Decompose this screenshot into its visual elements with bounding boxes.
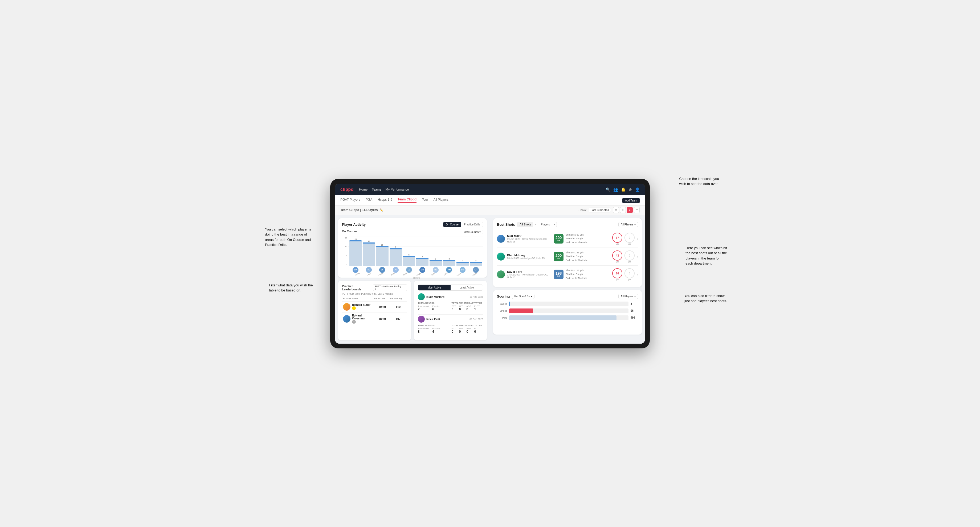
team-header-right: Show: Last 3 months ⊞ ≡ ♥ ☰ [578, 207, 640, 213]
stat-arg-2: ARG 0 [466, 327, 471, 333]
scoring-header: Scoring Par 3, 4 & 5s ▾ All Players ▾ [497, 294, 638, 299]
bar-d-ford: 10 [376, 237, 388, 266]
lb-avatar-richard [343, 303, 350, 311]
bar-chart: 15 10 5 0 [342, 237, 483, 274]
rounds-stats-1: Tournament 7 Practice 6 [418, 305, 450, 311]
lb-filter[interactable]: PUTT Must Make Putting ... ▾ [373, 284, 407, 291]
shot-chevron-blair[interactable]: › [637, 254, 638, 259]
toggle-on-course[interactable]: On Course [443, 222, 461, 227]
team-header: Team Clippd | 14 Players ✏️ Show: Last 3… [335, 205, 645, 215]
shot-details-blair: Shot Dist: 43 yds Start Lie: Rough End L… [566, 251, 610, 262]
shot-chevron-matt[interactable]: › [637, 237, 638, 241]
shot-metrics-david: 16 yds 0 yds [612, 268, 635, 281]
total-rounds-section-1: Total Rounds Tournament 7 Practice [418, 302, 450, 311]
player-activity-header: Player Activity On Course Practice Drill… [342, 222, 483, 227]
bs-players-caret[interactable]: ▾ [553, 222, 557, 227]
metric-zero-matt: 0 [625, 233, 635, 243]
bs-toggle-all-shots[interactable]: All Shots [517, 222, 533, 227]
bell-icon[interactable]: 🔔 [621, 187, 625, 192]
bs-title: Best Shots [497, 222, 515, 227]
shot-badge-david: 198 SG [554, 270, 563, 279]
heart-view-icon[interactable]: ♥ [627, 207, 633, 213]
metric-zero-david: 0 [625, 268, 635, 278]
lb-name-1: Richard Butler [352, 303, 371, 306]
bottom-left-cards: Practice Leaderboards PUTT Must Make Put… [338, 281, 487, 340]
tab-most-active[interactable]: Most Active [418, 285, 450, 290]
stat-practice-2: Practice 4 [432, 327, 440, 333]
chart-filter[interactable]: Total Rounds ▾ [461, 230, 483, 234]
bs-toggle-players[interactable]: Players [539, 222, 552, 227]
lb-badge-gold: 1 [352, 306, 356, 310]
shot-row-blair-mcharg[interactable]: Blair McHarg 23 Jul 2023 · Ashridge GC, … [497, 248, 638, 265]
shot-row-matt-miller[interactable]: Matt Miller 09 Jun 2023 · Royal North De… [497, 230, 638, 248]
nav-home[interactable]: Home [359, 187, 368, 191]
tab-hcaps[interactable]: Hcaps 1-5 [378, 198, 392, 203]
shot-avatar-david [497, 270, 505, 278]
shot-row-david-ford[interactable]: David Ford 24 Aug 2023 · Royal North Dev… [497, 265, 638, 283]
metric-circle-1-david: 16 [612, 268, 622, 278]
table-view-icon[interactable]: ≡ [620, 207, 626, 213]
edit-icon[interactable]: ✏️ [379, 208, 383, 212]
users-icon[interactable]: 👥 [613, 187, 618, 192]
avatar-rbu: RB [433, 267, 439, 273]
user-avatar-icon[interactable]: 👤 [635, 187, 640, 192]
tab-pgat-players[interactable]: PGAT Players [340, 198, 360, 203]
tab-team-clippd[interactable]: Team Clippd [398, 197, 417, 203]
practice-activities-label-1: Total Practice Activities [452, 302, 483, 304]
shot-chevron-david[interactable]: › [637, 272, 638, 276]
scoring-bar-pars: Pars 499 [497, 316, 638, 320]
scoring-fill-eagles [509, 302, 510, 306]
scoring-fill-birdies [509, 308, 533, 313]
active-name-1: Blair McHarg [426, 295, 444, 298]
tab-all-players[interactable]: All Players [433, 198, 449, 203]
avatar-row: BM RB DF JC EE GB RB MM EC LR [348, 266, 483, 273]
active-date-2: 02 Sep 2023 [469, 318, 483, 321]
tablet-frame: clippd Home Teams My Performance 🔍 👥 🔔 ⊕… [330, 179, 650, 348]
nav-teams[interactable]: Teams [372, 187, 381, 191]
search-icon[interactable]: 🔍 [606, 187, 610, 192]
shot-player-name-david: David Ford [507, 270, 552, 273]
plus-circle-icon[interactable]: ⊕ [629, 187, 632, 192]
add-team-button[interactable]: Add Team [622, 198, 640, 203]
total-rounds-section-2: Total Rounds Tournament 8 Practice [418, 324, 450, 333]
active-player-blair: Blair McHarg 26 Aug 2023 Total Rounds [418, 293, 483, 311]
scoring-bar-birdies: Birdies 96 [497, 308, 638, 313]
grid-view-icon[interactable]: ⊞ [613, 207, 619, 213]
tab-least-active[interactable]: Least Active [450, 285, 483, 290]
stat-val-practice-1: 6 [432, 307, 440, 311]
bs-players-filter[interactable]: All Players ▾ [618, 222, 638, 227]
bar-name-lr: L. Robertson [470, 273, 479, 275]
scoring-players-filter[interactable]: All Players ▾ [618, 294, 638, 299]
show-label: Show: [578, 208, 587, 211]
timeframe-select[interactable]: Last 3 months [589, 208, 611, 213]
stat-putt-2: PUTT 0 [474, 327, 480, 333]
lb-name-section-1: Richard Butler 1 [352, 303, 371, 310]
lb-row-2[interactable]: Edward Crossman 2 18/20 [342, 312, 407, 325]
view-icons: ⊞ ≡ ♥ ☰ [613, 207, 640, 213]
scoring-label-pars: Pars [497, 316, 507, 319]
list-view-icon[interactable]: ☰ [634, 207, 640, 213]
lb-row-1[interactable]: Richard Butler 1 19/20 [342, 301, 407, 312]
col-pb-score: PB Score [374, 297, 390, 300]
shot-avatar-blair [497, 252, 505, 260]
toggle-practice-drills[interactable]: Practice Drills [461, 222, 483, 227]
practice-stats-2: GTT 0 APP 0 [452, 327, 483, 333]
nav-performance[interactable]: My Performance [385, 187, 409, 191]
scoring-card: Scoring Par 3, 4 & 5s ▾ All Players ▾ [493, 290, 642, 335]
stat-putt-1: PUTT 1 [474, 305, 480, 311]
metric-box-2-matt: 0 yds [625, 233, 635, 245]
shot-player-meta-blair: 23 Jul 2023 · Ashridge GC, Hole 15 [507, 257, 552, 259]
bar-e-crossman: 2 [457, 237, 469, 266]
bar-l-robertson: 2 [470, 237, 482, 266]
bar-name-rbu: R. Butler [429, 273, 435, 275]
tab-tour[interactable]: Tour [422, 198, 428, 203]
bar-names: B. McHarg R. Britt D. Ford J. Coles E. E… [348, 273, 483, 275]
metric-label-2-blair: yds [628, 261, 631, 263]
scoring-value-eagles: 3 [631, 302, 638, 305]
shot-avatar-matt [497, 235, 505, 243]
scoring-label-eagles: Eagles [497, 303, 507, 305]
bs-caret[interactable]: ▾ [534, 222, 538, 227]
bars-container: 13 12 [348, 237, 483, 266]
scoring-filter[interactable]: Par 3, 4 & 5s ▾ [512, 294, 535, 299]
tab-pga[interactable]: PGA [366, 198, 372, 203]
